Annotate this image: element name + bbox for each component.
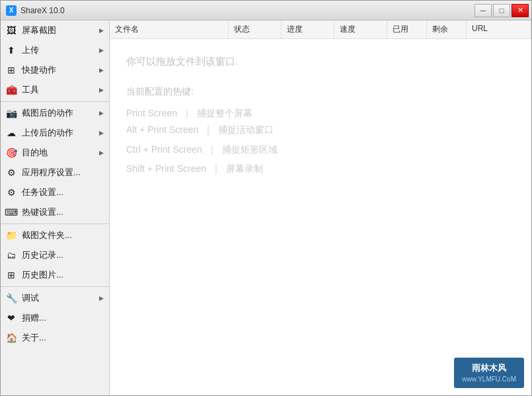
app-icon: X	[6, 5, 17, 16]
tools-icon: 🧰	[5, 83, 18, 97]
sidebar-arrow-after-upload: ▶	[99, 130, 104, 136]
col-filename: 文件名	[110, 20, 229, 38]
hotkey-desc-3: 捕捉矩形区域	[222, 144, 278, 155]
hotkey-key-3: Ctrl + Print Screen	[126, 144, 202, 155]
sidebar-item-tools[interactable]: 🧰工具▶	[1, 80, 109, 100]
sidebar-item-image-history[interactable]: ⊞历史图片...	[1, 265, 109, 285]
quickactions-icon: ⊞	[5, 63, 18, 77]
hotkey-desc-4: 屏幕录制	[226, 163, 263, 174]
debug-icon: 🔧	[5, 292, 18, 305]
history-icon: 🗂	[5, 249, 18, 262]
sidebar-item-destination[interactable]: 🎯目的地▶	[1, 143, 109, 163]
sidebar-item-quickactions[interactable]: ⊞快捷动作▶	[1, 60, 109, 80]
sidebar-item-label-after-capture: 截图后的动作	[22, 107, 98, 119]
sidebar-item-task-settings[interactable]: ⚙任务设置...	[1, 182, 109, 202]
sidebar-divider	[1, 101, 109, 102]
hotkey-line-2: Alt + Print Screen ｜ 捕捉活动窗口	[126, 122, 515, 138]
sidebar-item-history[interactable]: 🗂历史记录...	[1, 245, 109, 265]
hotkey-settings-icon: ⌨	[5, 206, 18, 219]
col-speed: 速度	[334, 20, 387, 38]
hotkey-key-1: Print Screen	[126, 108, 177, 118]
sidebar-item-label-donate: 捐赠...	[22, 312, 104, 324]
hotkeys-title: 当前配置的热键:	[126, 83, 515, 100]
drop-hint: 你可以拖放文件到该窗口.	[126, 52, 515, 70]
hotkey-line-4: Shift + Print Screen ｜ 屏幕录制	[126, 161, 515, 177]
sidebar-item-label-task-settings: 任务设置...	[22, 186, 104, 198]
sidebar-item-screenshot[interactable]: 🖼屏幕截图▶	[1, 20, 109, 40]
after-upload-icon: ☁	[5, 126, 18, 139]
sidebar-item-label-tools: 工具	[22, 84, 98, 96]
sidebar-item-donate[interactable]: ❤捐赠...	[1, 308, 109, 328]
hotkey-sep-1: ｜	[182, 108, 194, 118]
image-history-icon: ⊞	[5, 268, 18, 282]
col-status: 状态	[229, 20, 282, 38]
hotkey-sep-4: ｜	[211, 163, 223, 174]
sidebar-item-after-upload[interactable]: ☁上传后的动作▶	[1, 123, 109, 143]
sidebar-item-label-app-settings: 应用程序设置...	[22, 167, 104, 178]
destination-icon: 🎯	[5, 146, 18, 159]
col-progress: 进度	[282, 20, 334, 38]
upload-icon: ⬆	[5, 44, 18, 57]
sidebar-item-label-after-upload: 上传后的动作	[22, 127, 98, 139]
screenshot-folder-icon: 📁	[5, 229, 18, 242]
main-window: X ShareX 10.0 ─ □ ✕ 🖼屏幕截图▶⬆上传▶⊞快捷动作▶🧰工具▶…	[0, 0, 532, 396]
hotkey-desc-1: 捕捉整个屏幕	[197, 108, 252, 118]
hotkey-key-4: Shift + Print Screen	[126, 163, 206, 174]
sidebar-item-label-destination: 目的地	[22, 147, 98, 159]
hotkey-line-1: Print Screen ｜ 捕捉整个屏幕	[126, 105, 515, 122]
close-button[interactable]: ✕	[512, 4, 529, 17]
titlebar-controls: ─ □ ✕	[475, 4, 529, 17]
sidebar-arrow-after-capture: ▶	[99, 110, 104, 116]
sidebar-item-label-upload: 上传	[22, 44, 98, 56]
after-capture-icon: 📷	[5, 106, 18, 120]
screenshot-icon: 🖼	[5, 24, 18, 37]
minimize-button[interactable]: ─	[475, 4, 492, 17]
col-url: URL	[467, 20, 531, 38]
main-layout: 🖼屏幕截图▶⬆上传▶⊞快捷动作▶🧰工具▶📷截图后的动作▶☁上传后的动作▶🎯目的地…	[1, 20, 531, 395]
sidebar-item-label-history: 历史记录...	[22, 249, 104, 261]
hotkey-line-3: Ctrl + Print Screen ｜ 捕捉矩形区域	[126, 141, 515, 158]
sidebar-item-label-image-history: 历史图片...	[22, 269, 104, 281]
sidebar-item-about[interactable]: 🏠关于...	[1, 328, 109, 348]
table-header: 文件名 状态 进度 速度 已用 剩余 URL	[110, 20, 531, 39]
sidebar-arrow-screenshot: ▶	[99, 27, 104, 34]
sidebar-item-label-screenshot: 屏幕截图	[22, 24, 98, 36]
sidebar-item-debug[interactable]: 🔧调试▶	[1, 288, 109, 308]
sidebar-item-label-quickactions: 快捷动作	[22, 64, 98, 76]
hotkey-sep-2: ｜	[204, 124, 215, 135]
sidebar-arrow-debug: ▶	[99, 295, 104, 301]
sidebar-item-hotkey-settings[interactable]: ⌨热键设置...	[1, 202, 109, 222]
content-area: 文件名 状态 进度 速度 已用 剩余 URL 你可以拖放文件到该窗口. 当前配置…	[110, 20, 531, 395]
sidebar-arrow-quickactions: ▶	[99, 67, 104, 73]
task-settings-icon: ⚙	[5, 186, 18, 199]
sidebar-item-screenshot-folder[interactable]: 📁截图文件夹...	[1, 225, 109, 245]
hotkey-desc-2: 捕捉活动窗口	[218, 124, 274, 135]
sidebar-arrow-tools: ▶	[99, 87, 104, 93]
titlebar-left: X ShareX 10.0	[6, 5, 65, 16]
watermark-line2: www.YLMFU.CoM	[462, 374, 516, 384]
col-used: 已用	[387, 20, 427, 38]
watermark-line1: 雨林木风	[462, 362, 516, 375]
sidebar-item-label-screenshot-folder: 截图文件夹...	[22, 229, 104, 241]
drop-area[interactable]: 你可以拖放文件到该窗口. 当前配置的热键: Print Screen ｜ 捕捉整…	[110, 39, 531, 395]
sidebar-divider	[1, 223, 109, 224]
maximize-button[interactable]: □	[493, 4, 510, 17]
sidebar-item-label-about: 关于...	[22, 332, 104, 344]
sidebar-item-label-hotkey-settings: 热键设置...	[22, 206, 104, 218]
app-settings-icon: ⚙	[5, 166, 18, 179]
app-title: ShareX 10.0	[20, 6, 65, 15]
col-remaining: 剩余	[427, 20, 467, 38]
about-icon: 🏠	[5, 331, 18, 344]
donate-icon: ❤	[5, 311, 18, 325]
sidebar-arrow-upload: ▶	[99, 47, 104, 54]
titlebar: X ShareX 10.0 ─ □ ✕	[1, 1, 531, 20]
sidebar-arrow-destination: ▶	[99, 149, 104, 156]
hotkey-key-2: Alt + Print Screen	[126, 124, 198, 135]
sidebar-item-label-debug: 调试	[22, 292, 98, 304]
sidebar-item-after-capture[interactable]: 📷截图后的动作▶	[1, 103, 109, 123]
watermark: 雨林木风 www.YLMFU.CoM	[454, 358, 524, 389]
sidebar: 🖼屏幕截图▶⬆上传▶⊞快捷动作▶🧰工具▶📷截图后的动作▶☁上传后的动作▶🎯目的地…	[1, 20, 110, 395]
sidebar-item-app-settings[interactable]: ⚙应用程序设置...	[1, 163, 109, 182]
sidebar-item-upload[interactable]: ⬆上传▶	[1, 40, 109, 60]
sidebar-divider	[1, 286, 109, 287]
